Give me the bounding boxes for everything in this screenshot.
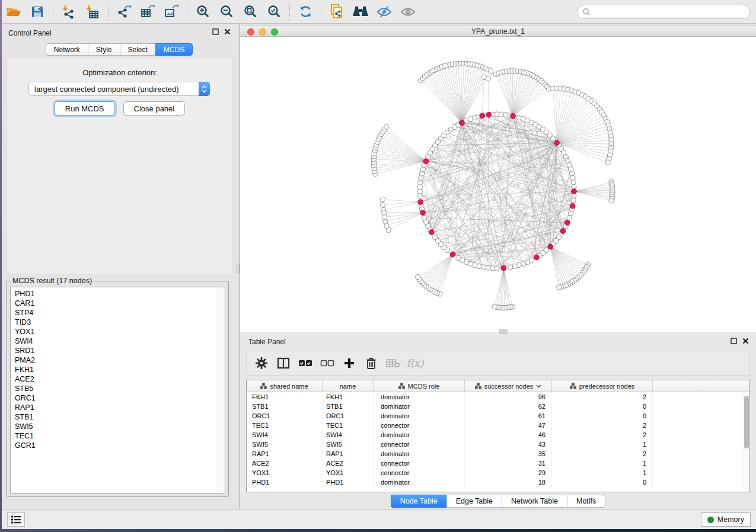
leaf-node[interactable]	[486, 76, 490, 81]
tab-select[interactable]: Select	[120, 43, 155, 56]
mcds-dominator-node[interactable]	[423, 159, 429, 164]
zoom-selected-button[interactable]	[265, 3, 283, 21]
leaf-node[interactable]	[492, 305, 497, 309]
cell-name[interactable]: RAP1	[323, 449, 374, 459]
leaf-node[interactable]	[557, 285, 562, 290]
network-node[interactable]	[512, 264, 517, 268]
table-scrollbar-thumb[interactable]	[744, 396, 749, 448]
cell-name[interactable]: PHD1	[323, 477, 374, 487]
cell-successor_nodes[interactable]: 62	[465, 402, 552, 411]
cell-predecessor_nodes[interactable]: 2	[552, 392, 653, 402]
mcds-dominator-node[interactable]	[548, 244, 553, 249]
cell-shared_name[interactable]: RAP1	[247, 449, 323, 459]
mcds-dominator-node[interactable]	[501, 265, 506, 271]
leaf-node[interactable]	[609, 198, 614, 203]
network-node[interactable]	[417, 184, 422, 189]
import-table-button[interactable]	[84, 3, 101, 21]
import-network-button[interactable]	[60, 3, 78, 21]
mcds-result-item[interactable]: STP4	[15, 308, 218, 318]
cell-successor_nodes[interactable]: 61	[465, 411, 552, 421]
mcds-dominator-node[interactable]	[460, 120, 465, 126]
mcds-result-item[interactable]: GCR1	[15, 441, 218, 450]
delete-table-button[interactable]	[385, 355, 401, 371]
tab-network[interactable]: Network	[46, 43, 88, 56]
cell-successor_nodes[interactable]: 31	[465, 459, 552, 468]
mcds-dominator-node[interactable]	[429, 229, 434, 235]
cell-name[interactable]: YOX1	[323, 468, 374, 477]
cell-mcds_role[interactable]: connector	[374, 440, 465, 449]
mcds-result-item[interactable]: CAR1	[15, 299, 218, 308]
mcds-result-item[interactable]: PHD1	[15, 289, 218, 299]
network-file-button[interactable]	[328, 3, 346, 21]
close-panel-button[interactable]: Close panel	[123, 101, 186, 116]
cell-name[interactable]: ORC1	[323, 411, 374, 421]
table-row[interactable]: STB1STB1dominator620	[247, 402, 749, 411]
table-row[interactable]: RAP1RAP1dominator352	[247, 449, 749, 459]
network-graph-canvas[interactable]	[240, 37, 756, 332]
export-image-button[interactable]	[162, 3, 180, 21]
network-node[interactable]	[499, 112, 503, 117]
leaf-node[interactable]	[380, 202, 385, 207]
mcds-result-item[interactable]: STB5	[15, 384, 218, 393]
cell-mcds_role[interactable]: dominator	[374, 430, 465, 440]
cell-mcds_role[interactable]: dominator	[374, 402, 465, 411]
cell-predecessor_nodes[interactable]: 2	[552, 449, 653, 459]
function-builder-button[interactable]: f(x)	[407, 355, 423, 371]
cell-predecessor_nodes[interactable]: 0	[552, 411, 653, 421]
mcds-dominator-node[interactable]	[560, 229, 566, 234]
leaf-node[interactable]	[384, 124, 389, 129]
task-history-button[interactable]	[7, 512, 25, 527]
cell-predecessor_nodes[interactable]: 0	[552, 402, 653, 411]
export-network-button[interactable]	[115, 3, 133, 21]
network-node[interactable]	[570, 175, 575, 180]
cell-successor_nodes[interactable]: 47	[465, 421, 552, 430]
cell-shared_name[interactable]: SWI5	[247, 440, 323, 449]
cell-shared_name[interactable]: YOX1	[247, 468, 323, 477]
save-button[interactable]	[28, 3, 46, 21]
mcds-dominator-node[interactable]	[480, 113, 485, 118]
mcds-result-item[interactable]: PMA2	[15, 355, 218, 365]
mcds-dominator-node[interactable]	[420, 210, 426, 215]
leaf-node[interactable]	[488, 69, 493, 73]
table-row[interactable]: SWI5SWI5connector431	[247, 440, 749, 449]
cell-predecessor_nodes[interactable]: 1	[552, 459, 653, 468]
cell-mcds_role[interactable]: dominator	[374, 477, 465, 487]
cell-successor_nodes[interactable]: 43	[465, 440, 552, 449]
leaf-node[interactable]	[416, 275, 420, 280]
cell-shared_name[interactable]: FKH1	[247, 392, 323, 402]
zoom-out-button[interactable]	[218, 3, 235, 21]
column-header-predecessor-nodes[interactable]: predecessor nodes	[552, 380, 653, 392]
network-node[interactable]	[419, 175, 423, 180]
open-file-button[interactable]	[5, 3, 23, 21]
leaf-node[interactable]	[382, 210, 387, 215]
mcds-result-item[interactable]: SRD1	[15, 346, 218, 355]
cell-shared_name[interactable]: ACE2	[247, 459, 323, 468]
mcds-result-item[interactable]: SWI4	[15, 336, 218, 346]
cell-shared_name[interactable]: PHD1	[247, 477, 323, 487]
tab-edge-table[interactable]: Edge Table	[446, 495, 502, 508]
cell-name[interactable]: SWI5	[323, 440, 374, 449]
network-node[interactable]	[508, 265, 512, 270]
cell-successor_nodes[interactable]: 29	[465, 468, 552, 477]
maximize-traffic-light[interactable]	[271, 28, 278, 36]
cell-shared_name[interactable]: ORC1	[247, 411, 323, 421]
close-traffic-light[interactable]	[247, 28, 254, 36]
network-node[interactable]	[422, 215, 427, 220]
column-header-name[interactable]: name	[323, 380, 374, 392]
tab-node-table[interactable]: Node Table	[391, 495, 446, 508]
mcds-result-item[interactable]: ACE2	[15, 374, 218, 384]
network-node[interactable]	[490, 266, 495, 271]
mcds-dominator-node[interactable]	[534, 255, 540, 260]
tab-motifs[interactable]: Motifs	[567, 495, 605, 508]
search-input[interactable]	[594, 8, 749, 16]
show-columns-button[interactable]	[276, 355, 291, 371]
network-node[interactable]	[417, 193, 422, 198]
table-row[interactable]: TEC1TEC1connector472	[247, 421, 749, 430]
network-node[interactable]	[495, 112, 499, 117]
cell-mcds_role[interactable]: dominator	[374, 411, 465, 421]
cell-name[interactable]: FKH1	[323, 392, 374, 402]
cell-mcds_role[interactable]: dominator	[374, 392, 465, 402]
cell-name[interactable]: ACE2	[323, 459, 374, 468]
leaf-node[interactable]	[383, 219, 388, 224]
float-panel-icon[interactable]	[212, 28, 219, 35]
